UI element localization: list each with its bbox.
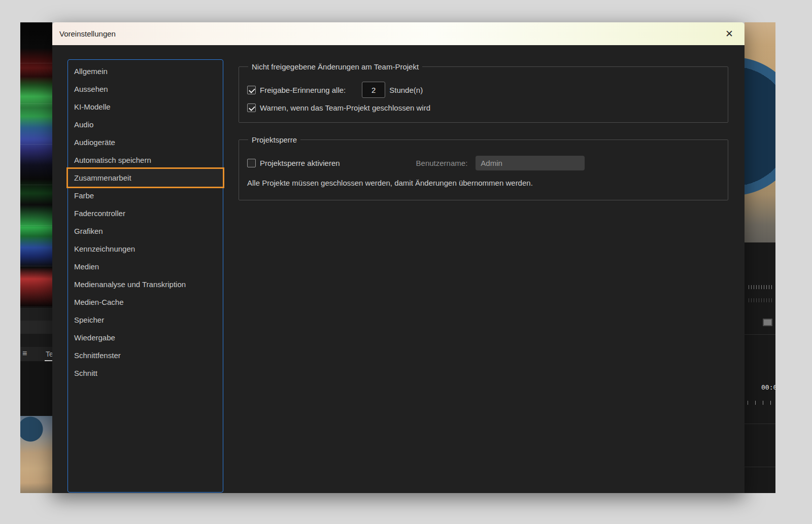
- panel-tab-label[interactable]: Te: [46, 350, 52, 358]
- panel-block: [20, 361, 52, 416]
- ruler-ticks: [749, 298, 774, 302]
- close-icon[interactable]: ✕: [725, 29, 733, 39]
- dialog-title: Voreinstellungen: [59, 29, 116, 38]
- project-lock-group-legend: Projektsperre: [248, 135, 300, 144]
- project-lock-row: Projektsperre aktivieren Benutzername:: [247, 155, 720, 170]
- warn-on-close-label: Warnen, wenn das Team-Projekt geschlosse…: [260, 103, 430, 112]
- sidebar-item-fadercontroller[interactable]: Fadercontroller: [68, 204, 223, 222]
- sidebar-item-ki-modelle[interactable]: KI-Modelle: [68, 98, 223, 116]
- warn-on-close-checkbox[interactable]: [247, 103, 256, 112]
- clip-thumbnail: [20, 416, 52, 493]
- reminder-hours-input[interactable]: [362, 82, 385, 98]
- sidebar-item-aussehen[interactable]: Aussehen: [68, 80, 223, 98]
- sidebar-item-zusammenarbeit[interactable]: Zusammenarbeit: [68, 169, 223, 187]
- project-lock-checkbox[interactable]: [247, 159, 256, 167]
- sidebar-item-medienanalyse-und-transkription[interactable]: Medienanalyse und Transkription: [68, 275, 223, 293]
- app-background-right: 00:0: [745, 22, 775, 493]
- sidebar-item-medien-cache[interactable]: Medien-Cache: [68, 293, 223, 311]
- dialog-body: Allgemein Aussehen KI-Modelle Audio Audi…: [52, 45, 745, 493]
- panel-tab-bar: ≡ Te: [20, 347, 52, 361]
- sidebar-item-kennzeichnungen[interactable]: Kennzeichnungen: [68, 240, 223, 258]
- project-lock-group: Projektsperre Projektsperre aktivieren B…: [239, 139, 728, 200]
- share-reminder-row: Freigabe-Erinnerung alle: Stunde(n): [247, 82, 720, 97]
- sidebar-item-automatisch-speichern[interactable]: Automatisch speichern: [68, 151, 223, 169]
- preferences-content: Nicht freigegebene Änderungen am Team-Pr…: [239, 45, 728, 200]
- panel-divider-block: [20, 307, 52, 321]
- project-lock-label: Projektsperre aktivieren: [260, 159, 340, 167]
- preferences-category-list: Allgemein Aussehen KI-Modelle Audio Audi…: [67, 59, 223, 493]
- ruler-ticks: [749, 285, 774, 289]
- sidebar-item-speicher[interactable]: Speicher: [68, 311, 223, 329]
- panel-block: [20, 334, 52, 347]
- sidebar-item-audiogeraete[interactable]: Audiogeräte: [68, 133, 223, 151]
- share-reminder-label: Freigabe-Erinnerung alle:: [260, 86, 346, 94]
- lock-note: Alle Projekte müssen geschlossen werden,…: [247, 179, 720, 187]
- sidebar-item-farbe[interactable]: Farbe: [68, 187, 223, 204]
- preferences-dialog: Voreinstellungen ✕ Allgemein Aussehen KI…: [52, 22, 745, 493]
- sidebar-item-schnittfenster[interactable]: Schnittfenster: [68, 346, 223, 364]
- track-divider: [745, 424, 775, 424]
- app-background-left: ≡ Te: [20, 22, 52, 493]
- sidebar-item-grafiken[interactable]: Grafiken: [68, 222, 223, 240]
- username-input[interactable]: [476, 156, 585, 170]
- username-label: Benutzername:: [416, 159, 468, 167]
- sidebar-item-medien[interactable]: Medien: [68, 258, 223, 275]
- sidebar-item-schnitt[interactable]: Schnitt: [68, 364, 223, 382]
- team-project-group-legend: Nicht freigegebene Änderungen am Team-Pr…: [248, 62, 422, 71]
- panel-header-block: [20, 321, 52, 334]
- timeline-panel-edge: 00:0: [745, 242, 775, 493]
- ruler-ticks: [748, 401, 772, 405]
- panel-divider: [745, 334, 775, 335]
- track-divider: [745, 467, 775, 467]
- desktop: ≡ Te 00:0 Voreinstellungen ✕ Allgemein: [0, 0, 812, 524]
- sidebar-item-allgemein[interactable]: Allgemein: [68, 62, 223, 80]
- panel-tool-icon: [763, 319, 772, 326]
- dialog-titlebar: Voreinstellungen ✕: [52, 22, 745, 45]
- sidebar-item-wiedergabe[interactable]: Wiedergabe: [68, 329, 223, 346]
- warn-on-close-row: Warnen, wenn das Team-Projekt geschlosse…: [247, 100, 720, 115]
- rgb-parade-scope: [20, 22, 52, 307]
- share-reminder-checkbox[interactable]: [247, 86, 256, 94]
- hamburger-menu-icon[interactable]: ≡: [22, 349, 27, 358]
- team-project-group: Nicht freigegebene Änderungen am Team-Pr…: [239, 66, 728, 123]
- timecode: 00:0: [761, 383, 775, 391]
- sidebar-item-audio[interactable]: Audio: [68, 116, 223, 133]
- reminder-hours-suffix: Stunde(n): [389, 86, 423, 94]
- program-monitor-frame: [745, 22, 775, 242]
